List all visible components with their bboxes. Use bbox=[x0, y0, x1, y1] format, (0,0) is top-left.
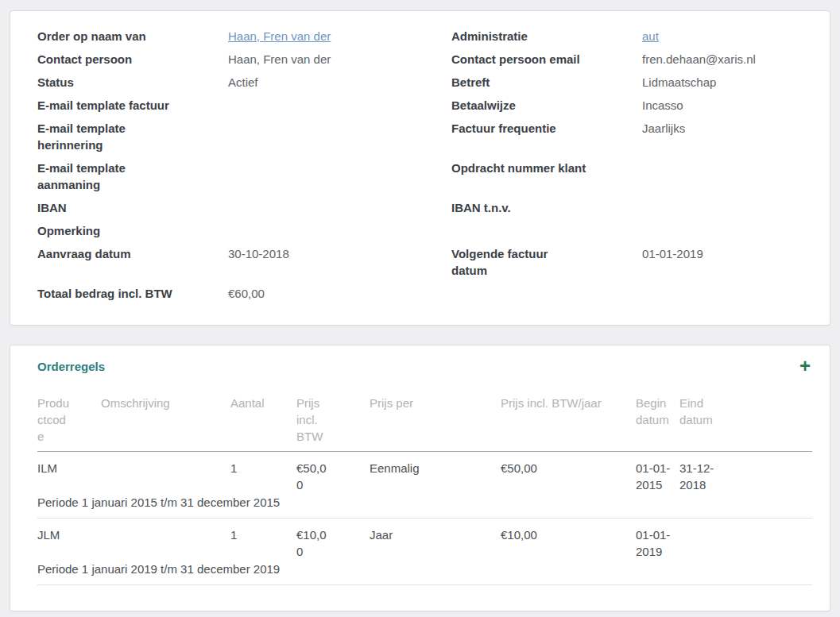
cell-prijs-incl-btw-jaar: €10,00 bbox=[501, 519, 636, 561]
field-label: Status bbox=[37, 74, 172, 91]
orderline-period: Periode 1 januari 2019 t/m 31 december 2… bbox=[37, 560, 812, 585]
detail-row: E-mail template factuur Betaalwijze Inca… bbox=[37, 97, 812, 114]
detail-row: E-mail template aanmaning Opdracht numme… bbox=[37, 160, 812, 193]
cell-productcode: JLM bbox=[37, 519, 101, 561]
orderline-period: Periode 1 januari 2015 t/m 31 december 2… bbox=[37, 493, 812, 519]
field-label: Factuur frequentie bbox=[451, 120, 586, 137]
orderlines-table: Productcode Omschrijving Aantal Prijs in… bbox=[37, 395, 812, 585]
field-label: Opmerking bbox=[37, 222, 172, 239]
field-value: Actief bbox=[228, 74, 451, 91]
cell-eind-datum: 31-12-2018 bbox=[679, 452, 723, 494]
col-header-prijs-incl-btw: Prijs incl. BTW bbox=[296, 395, 370, 452]
cell-prijs-per: Jaar bbox=[370, 519, 501, 561]
col-header-eind-datum: Eind datum bbox=[679, 395, 723, 452]
col-header-aantal: Aantal bbox=[230, 395, 296, 452]
table-header-row: Productcode Omschrijving Aantal Prijs in… bbox=[37, 395, 812, 452]
cell-prijs-per: Eenmalig bbox=[370, 452, 501, 494]
cell-eind-datum bbox=[679, 519, 723, 561]
order-contact-link[interactable]: Haan, Fren van der bbox=[228, 29, 331, 43]
detail-row: E-mail template herinnering Factuur freq… bbox=[37, 120, 812, 153]
cell-omschrijving bbox=[101, 519, 230, 561]
field-value: fren.dehaan@xaris.nl bbox=[642, 51, 812, 67]
field-label: E-mail template herinnering bbox=[37, 120, 172, 153]
detail-row: Contact persoon Haan, Fren van der Conta… bbox=[37, 51, 812, 67]
field-label: IBAN t.n.v. bbox=[451, 199, 586, 216]
field-label: E-mail template aanmaning bbox=[37, 160, 172, 193]
col-header-filler bbox=[723, 395, 812, 452]
orderline-row: JLM 1 €10,00 Jaar €10,00 01-01-2019 bbox=[37, 519, 812, 561]
col-header-omschrijving: Omschrijving bbox=[101, 395, 230, 452]
field-label: Volgende factuur datum bbox=[451, 245, 586, 279]
col-header-begin-datum: Begin datum bbox=[636, 395, 679, 452]
field-label: IBAN bbox=[37, 199, 172, 216]
cell-prijs-incl-btw: €10,00 bbox=[296, 519, 370, 561]
field-value: Lidmaatschap bbox=[642, 74, 812, 91]
field-value: Haan, Fren van der bbox=[228, 51, 451, 67]
orderline-period-row: Periode 1 januari 2015 t/m 31 december 2… bbox=[37, 493, 812, 519]
field-label: Opdracht nummer klant bbox=[451, 160, 586, 176]
detail-row: IBAN IBAN t.n.v. bbox=[37, 199, 812, 216]
field-value: 30-10-2018 bbox=[228, 245, 451, 262]
col-header-prijs-per: Prijs per bbox=[370, 395, 501, 452]
col-header-prijs-incl-btw-jaar: Prijs incl. BTW/jaar bbox=[501, 395, 636, 452]
cell-prijs-incl-btw: €50,00 bbox=[296, 452, 370, 494]
cell-filler bbox=[723, 452, 812, 494]
orderline-row: ILM 1 €50,00 Eenmalig €50,00 01-01-2015 … bbox=[37, 452, 812, 494]
field-value: Jaarlijks bbox=[642, 120, 812, 137]
field-value: aut bbox=[642, 28, 812, 44]
field-label: Betreft bbox=[451, 74, 586, 91]
field-label: Aanvraag datum bbox=[37, 245, 172, 262]
cell-aantal: 1 bbox=[230, 452, 296, 494]
field-label: Contact persoon bbox=[37, 51, 172, 67]
field-value: 01-01-2019 bbox=[642, 245, 812, 262]
orderlines-header: Orderregels + bbox=[37, 358, 812, 374]
detail-row: Totaal bedrag incl. BTW €60,00 bbox=[37, 285, 812, 302]
cell-aantal: 1 bbox=[230, 519, 296, 561]
field-label: Totaal bedrag incl. BTW bbox=[37, 285, 172, 302]
detail-row: Opmerking bbox=[37, 222, 812, 239]
cell-begin-datum: 01-01-2019 bbox=[636, 519, 679, 561]
cell-prijs-incl-btw-jaar: €50,00 bbox=[501, 452, 636, 494]
field-value: €60,00 bbox=[228, 285, 451, 302]
field-value: Haan, Fren van der bbox=[228, 28, 451, 44]
field-label: Contact persoon email bbox=[451, 51, 586, 67]
cell-productcode: ILM bbox=[37, 452, 101, 494]
orderlines-panel: Orderregels + Productcode Omschrijving A… bbox=[10, 345, 830, 611]
order-details-panel: Order op naam van Haan, Fren van der Adm… bbox=[10, 10, 830, 326]
cell-filler bbox=[723, 519, 812, 561]
orderlines-title: Orderregels bbox=[37, 360, 105, 373]
field-label: Order op naam van bbox=[37, 28, 172, 44]
administration-link[interactable]: aut bbox=[642, 29, 659, 43]
detail-row: Order op naam van Haan, Fren van der Adm… bbox=[37, 28, 812, 44]
field-label: E-mail template factuur bbox=[37, 97, 172, 114]
add-orderline-button[interactable]: + bbox=[798, 358, 812, 374]
col-header-productcode: Productcode bbox=[37, 395, 101, 452]
field-label: Betaalwijze bbox=[451, 97, 586, 114]
field-value: Incasso bbox=[642, 97, 812, 114]
detail-row: Aanvraag datum 30-10-2018 Volgende factu… bbox=[37, 245, 812, 279]
cell-omschrijving bbox=[101, 452, 230, 494]
detail-row: Status Actief Betreft Lidmaatschap bbox=[37, 74, 812, 91]
field-label: Administratie bbox=[451, 28, 586, 44]
cell-begin-datum: 01-01-2015 bbox=[636, 452, 679, 494]
orderline-period-row: Periode 1 januari 2019 t/m 31 december 2… bbox=[37, 560, 812, 585]
